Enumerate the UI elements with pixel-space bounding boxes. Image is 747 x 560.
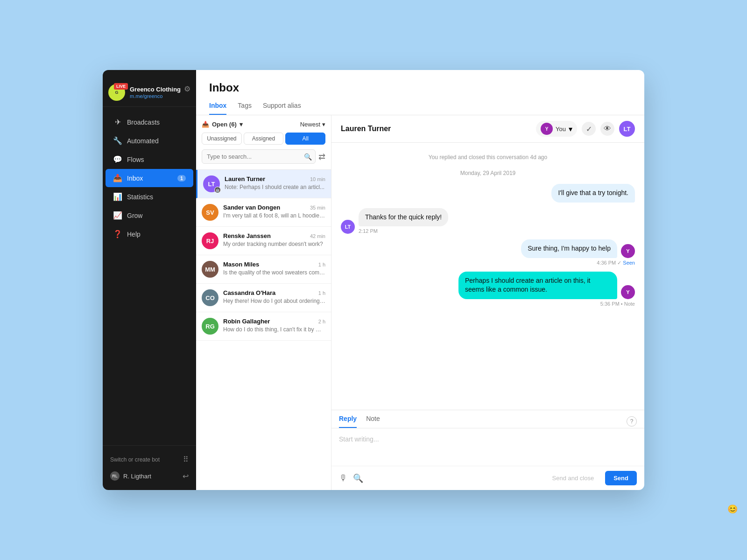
sidebar-item-label: Help: [127, 231, 141, 238]
search-articles-icon[interactable]: 🔍: [353, 473, 363, 483]
sidebar-item-broadcasts[interactable]: ✈ Broadcasts: [106, 113, 193, 131]
sidebar-item-help[interactable]: ❓ Help: [106, 225, 193, 243]
conversation-item-cassandra[interactable]: CO Cassandra O'Hara 1 h Hey there! How d…: [196, 284, 331, 312]
preview-button[interactable]: 👁: [600, 122, 614, 136]
sort-icon[interactable]: ⇄: [318, 152, 325, 162]
messages-area: You replied and closed this conversation…: [331, 143, 644, 410]
sidebar-item-automated[interactable]: 🔧 Automated: [106, 132, 193, 150]
reply-input-area[interactable]: Start writing... 😊: [331, 428, 644, 466]
agent-avatar-sm-note: Y: [621, 285, 635, 299]
agent-avatar: Y: [541, 123, 553, 135]
chevron-down-icon-agent: ▾: [569, 125, 572, 133]
filter-icon: 📥: [202, 121, 209, 128]
logout-icon[interactable]: ↩: [183, 472, 189, 481]
conv-filters: 📥 Open (6) ▾ Newest ▾ UnassignedAssigned…: [196, 115, 331, 170]
reply-area: Reply Note ? Start writing... 😊: [331, 410, 644, 490]
note-bubble: Perhaps I should create an article on th…: [458, 272, 617, 299]
sidebar-footer: Switch or create bot ⠿ RL R. Ligthart ↩: [103, 445, 196, 490]
conversation-item-robin[interactable]: RG Robin Gallagher 2 h How do I do this …: [196, 312, 331, 341]
sidebar-item-statistics[interactable]: 📊 Statistics: [106, 188, 193, 206]
conv-info-cassandra: Cassandra O'Hara 1 h Hey there! How do I…: [223, 289, 325, 304]
conv-name: Sander van Dongen: [223, 204, 280, 211]
conv-name: Robin Gallagher: [223, 318, 270, 325]
inbox-icon: 📥: [113, 174, 122, 182]
conversation-item-sander[interactable]: SV Sander van Dongen 35 min I'm very tal…: [196, 198, 331, 227]
tab-reply[interactable]: Reply: [339, 415, 357, 428]
conv-preview: My order tracking number doesn't work?: [223, 241, 325, 247]
app-container: LIVE G Greenco Clothing m.me/greenco ⚙ ✈…: [103, 70, 644, 490]
sidebar-item-inbox[interactable]: 📥 Inbox 1: [106, 169, 193, 187]
seen-badge: Seen: [623, 260, 635, 266]
automated-icon: 🔧: [113, 136, 122, 145]
conv-preview: Hey there! How do I got about ordering a…: [223, 298, 325, 304]
search-row: 🔍 ⇄: [202, 149, 325, 164]
send-button[interactable]: Send: [605, 471, 637, 485]
sidebar-item-grow[interactable]: 📈 Grow: [106, 206, 193, 224]
assign-filter-unassigned[interactable]: Unassigned: [202, 133, 242, 145]
inbox-header: Inbox InboxTagsSupport alias: [196, 70, 644, 115]
newest-filter-button[interactable]: Newest ▾: [300, 121, 325, 128]
open-filter-button[interactable]: 📥 Open (6) ▾: [202, 121, 243, 128]
message-bubble-row: I'll give that a try tonight.: [551, 184, 635, 203]
sidebar-header: LIVE G Greenco Clothing m.me/greenco ⚙: [103, 70, 196, 107]
user-avatar: RL: [110, 471, 120, 481]
conversation-item-mason[interactable]: MM Mason Miles 1 h Is the quality of the…: [196, 255, 331, 284]
inbox-tabs: InboxTagsSupport alias: [209, 102, 631, 115]
bot-badge: 🤖: [214, 187, 221, 193]
sidebar-item-label: Grow: [127, 212, 142, 219]
conversation-list: 📥 Open (6) ▾ Newest ▾ UnassignedAssigned…: [196, 115, 331, 490]
conv-time: 42 min: [310, 233, 325, 239]
reply-help-icon[interactable]: ?: [627, 416, 637, 427]
agent-name: You: [556, 126, 566, 133]
conv-preview: Note: Perhaps I should create an articl.…: [225, 184, 325, 190]
assign-filter-assigned[interactable]: Assigned: [244, 133, 284, 145]
message-row: Perhaps I should create an article on th…: [341, 272, 635, 307]
conversation-item-renske[interactable]: RJ Renske Janssen 42 min My order tracki…: [196, 227, 331, 255]
conv-name: Mason Miles: [223, 261, 259, 268]
agent-selector-button[interactable]: Y You ▾: [536, 121, 577, 137]
contact-avatar: LT: [619, 121, 635, 137]
nav-badge-inbox: 1: [177, 175, 186, 182]
message-bubble: I'll give that a try tonight.: [551, 184, 635, 203]
tab-tags[interactable]: Tags: [238, 102, 252, 115]
sidebar-item-flows[interactable]: 💬 Flows: [106, 150, 193, 168]
date-divider: Monday, 29 April 2019: [341, 168, 635, 178]
user-name-label: R. Ligthart: [123, 473, 151, 480]
switch-bot-label: Switch or create bot: [110, 456, 160, 463]
broadcasts-icon: ✈: [113, 118, 122, 126]
live-badge: LIVE: [114, 83, 128, 90]
page-title: Inbox: [209, 81, 631, 94]
newest-label: Newest: [300, 121, 320, 128]
gear-icon[interactable]: ⚙: [184, 84, 190, 93]
contact-name: Lauren Turner: [341, 125, 391, 133]
conv-preview: Is the quality of the wool sweaters comp…: [223, 269, 325, 276]
tab-inbox[interactable]: Inbox: [209, 102, 226, 115]
message-bubble: Thanks for the quick reply!: [359, 208, 448, 227]
message-bubble-row: Sure thing, I'm happy to help Y: [521, 239, 635, 258]
send-close-button[interactable]: Send and close: [545, 471, 602, 485]
conv-avatar-cassandra: CO: [202, 289, 218, 306]
conv-time: 1 h: [318, 290, 325, 296]
resolve-button[interactable]: ✓: [582, 122, 596, 136]
conversation-item-lauren[interactable]: LT 🤖 Lauren Turner 10 min Note: Perhaps …: [196, 170, 331, 198]
tab-support-alias[interactable]: Support alias: [263, 102, 301, 115]
conv-info-lauren: Lauren Turner 10 min Note: Perhaps I sho…: [225, 175, 325, 190]
user-info: RL R. Ligthart: [110, 471, 151, 481]
conv-name: Renske Janssen: [223, 232, 271, 239]
filter-row: 📥 Open (6) ▾ Newest ▾: [202, 121, 325, 128]
reply-placeholder: Start writing...: [339, 435, 379, 443]
assign-filter-all[interactable]: All: [285, 133, 325, 145]
brand-name: Greenco Clothing: [130, 86, 181, 93]
brand-url: m.me/greenco: [130, 93, 181, 99]
contact-avatar-sm: LT: [341, 220, 355, 234]
reply-toolbar: 🎙 🔍 Send and close Send: [331, 466, 644, 490]
switch-bot-button[interactable]: Switch or create bot ⠿: [108, 451, 190, 468]
sidebar-item-label: Statistics: [127, 193, 153, 201]
grow-icon: 📈: [113, 211, 122, 220]
tab-note[interactable]: Note: [366, 415, 380, 428]
statistics-icon: 📊: [113, 192, 122, 201]
conv-preview: I'm very tall at 6 foot 8, will an L hoo…: [223, 212, 325, 219]
mic-icon[interactable]: 🎙: [339, 473, 347, 483]
search-input[interactable]: [202, 149, 316, 164]
conversation-items: LT 🤖 Lauren Turner 10 min Note: Perhaps …: [196, 170, 331, 490]
